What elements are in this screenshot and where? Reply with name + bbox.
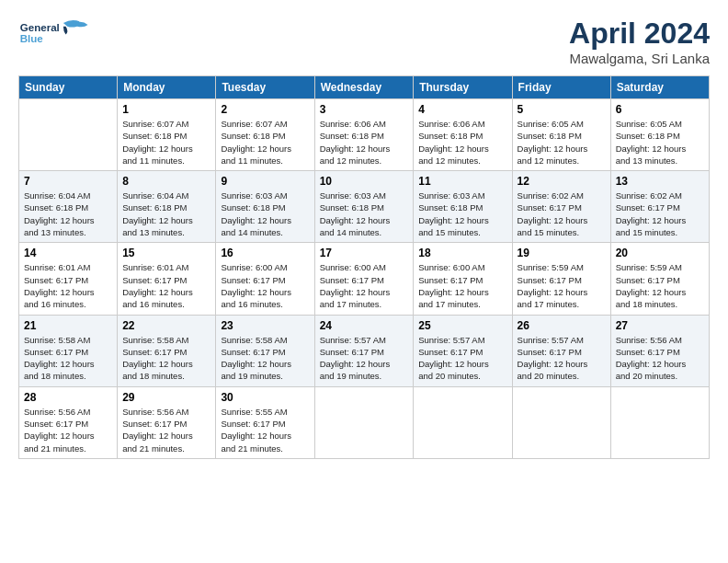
header-thursday: Thursday [414,76,512,99]
day-number: 12 [518,175,606,188]
calendar-cell [314,386,414,458]
calendar-week-row: 28Sunrise: 5:56 AM Sunset: 6:17 PM Dayli… [19,386,710,458]
day-number: 14 [24,247,112,259]
calendar-cell: 28Sunrise: 5:56 AM Sunset: 6:17 PM Dayli… [19,386,118,458]
calendar-cell: 12Sunrise: 6:02 AM Sunset: 6:17 PM Dayli… [512,171,610,243]
day-info: Sunrise: 6:06 AM Sunset: 6:18 PM Dayligh… [320,118,409,167]
calendar-cell: 7Sunrise: 6:04 AM Sunset: 6:18 PM Daylig… [19,171,118,243]
day-number: 2 [221,103,309,116]
logo-image: General Blue [18,17,92,53]
day-info: Sunrise: 6:05 AM Sunset: 6:18 PM Dayligh… [616,118,704,167]
calendar-cell: 19Sunrise: 5:59 AM Sunset: 6:17 PM Dayli… [512,243,610,315]
header-sunday: Sunday [19,76,118,99]
calendar-cell [19,99,118,171]
calendar-cell: 2Sunrise: 6:07 AM Sunset: 6:18 PM Daylig… [216,99,314,171]
day-info: Sunrise: 6:05 AM Sunset: 6:18 PM Dayligh… [518,118,606,167]
calendar-cell [610,386,709,458]
day-number: 6 [616,103,704,116]
calendar-cell [512,386,610,458]
day-info: Sunrise: 6:02 AM Sunset: 6:17 PM Dayligh… [518,190,606,238]
day-number: 17 [320,247,409,259]
calendar-cell: 13Sunrise: 6:02 AM Sunset: 6:17 PM Dayli… [610,171,709,243]
day-number: 24 [320,319,409,332]
day-number: 20 [616,247,704,259]
day-info: Sunrise: 5:56 AM Sunset: 6:17 PM Dayligh… [122,406,210,454]
day-number: 9 [221,175,309,188]
header-tuesday: Tuesday [216,76,314,99]
calendar-week-row: 21Sunrise: 5:58 AM Sunset: 6:17 PM Dayli… [19,315,710,386]
day-info: Sunrise: 5:58 AM Sunset: 6:17 PM Dayligh… [122,334,210,383]
calendar-week-row: 7Sunrise: 6:04 AM Sunset: 6:18 PM Daylig… [19,171,710,243]
day-info: Sunrise: 6:03 AM Sunset: 6:18 PM Dayligh… [221,190,309,238]
calendar-cell: 22Sunrise: 5:58 AM Sunset: 6:17 PM Dayli… [118,315,216,386]
day-info: Sunrise: 6:03 AM Sunset: 6:18 PM Dayligh… [418,190,506,238]
day-info: Sunrise: 5:57 AM Sunset: 6:17 PM Dayligh… [418,334,506,383]
day-info: Sunrise: 5:56 AM Sunset: 6:17 PM Dayligh… [24,406,112,454]
day-info: Sunrise: 5:59 AM Sunset: 6:17 PM Dayligh… [616,261,704,310]
day-info: Sunrise: 6:01 AM Sunset: 6:17 PM Dayligh… [24,261,112,310]
day-info: Sunrise: 5:58 AM Sunset: 6:17 PM Dayligh… [221,334,309,383]
location-subtitle: Mawalgama, Sri Lanka [569,51,710,66]
month-title: April 2024 [569,17,710,51]
day-info: Sunrise: 5:57 AM Sunset: 6:17 PM Dayligh… [518,334,606,383]
day-info: Sunrise: 5:59 AM Sunset: 6:17 PM Dayligh… [518,261,606,310]
calendar-cell: 3Sunrise: 6:06 AM Sunset: 6:18 PM Daylig… [314,99,414,171]
header-friday: Friday [512,76,610,99]
calendar-cell: 14Sunrise: 6:01 AM Sunset: 6:17 PM Dayli… [19,243,118,315]
calendar-cell: 1Sunrise: 6:07 AM Sunset: 6:18 PM Daylig… [118,99,216,171]
logo: General Blue [18,17,92,53]
day-info: Sunrise: 5:55 AM Sunset: 6:17 PM Dayligh… [221,406,309,454]
day-number: 22 [122,319,210,332]
calendar-cell: 25Sunrise: 5:57 AM Sunset: 6:17 PM Dayli… [414,315,512,386]
day-number: 27 [616,319,704,332]
calendar-week-row: 1Sunrise: 6:07 AM Sunset: 6:18 PM Daylig… [19,99,710,171]
day-number: 21 [24,319,112,332]
calendar-cell: 8Sunrise: 6:04 AM Sunset: 6:18 PM Daylig… [118,171,216,243]
day-number: 16 [221,247,309,259]
day-info: Sunrise: 6:04 AM Sunset: 6:18 PM Dayligh… [24,190,112,238]
calendar-cell: 21Sunrise: 5:58 AM Sunset: 6:17 PM Dayli… [19,315,118,386]
header-saturday: Saturday [610,76,709,99]
header-wednesday: Wednesday [314,76,414,99]
calendar-cell: 26Sunrise: 5:57 AM Sunset: 6:17 PM Dayli… [512,315,610,386]
calendar-cell: 4Sunrise: 6:06 AM Sunset: 6:18 PM Daylig… [414,99,512,171]
calendar-cell: 18Sunrise: 6:00 AM Sunset: 6:17 PM Dayli… [414,243,512,315]
calendar-cell: 30Sunrise: 5:55 AM Sunset: 6:17 PM Dayli… [216,386,314,458]
calendar-cell: 15Sunrise: 6:01 AM Sunset: 6:17 PM Dayli… [118,243,216,315]
page: General Blue April 2024 Mawalgama, Sri L… [0,0,728,563]
day-number: 8 [122,175,210,188]
day-info: Sunrise: 6:00 AM Sunset: 6:17 PM Dayligh… [320,261,409,310]
day-info: Sunrise: 6:07 AM Sunset: 6:18 PM Dayligh… [122,118,210,167]
day-number: 23 [221,319,309,332]
day-number: 26 [518,319,606,332]
day-info: Sunrise: 6:06 AM Sunset: 6:18 PM Dayligh… [418,118,506,167]
calendar-cell: 27Sunrise: 5:56 AM Sunset: 6:17 PM Dayli… [610,315,709,386]
day-number: 5 [518,103,606,116]
day-number: 13 [616,175,704,188]
svg-text:Blue: Blue [20,33,44,44]
calendar-week-row: 14Sunrise: 6:01 AM Sunset: 6:17 PM Dayli… [19,243,710,315]
calendar-cell: 20Sunrise: 5:59 AM Sunset: 6:17 PM Dayli… [610,243,709,315]
calendar-cell: 16Sunrise: 6:00 AM Sunset: 6:17 PM Dayli… [216,243,314,315]
day-number: 11 [418,175,506,188]
day-number: 28 [24,391,112,404]
day-info: Sunrise: 5:58 AM Sunset: 6:17 PM Dayligh… [24,334,112,383]
day-info: Sunrise: 6:02 AM Sunset: 6:17 PM Dayligh… [616,190,704,238]
day-info: Sunrise: 5:57 AM Sunset: 6:17 PM Dayligh… [320,334,409,383]
day-number: 4 [418,103,506,116]
calendar-cell: 10Sunrise: 6:03 AM Sunset: 6:18 PM Dayli… [314,171,414,243]
day-number: 18 [418,247,506,259]
calendar-cell [414,386,512,458]
day-number: 7 [24,175,112,188]
day-info: Sunrise: 6:01 AM Sunset: 6:17 PM Dayligh… [122,261,210,310]
day-number: 25 [418,319,506,332]
weekday-header-row: Sunday Monday Tuesday Wednesday Thursday… [19,76,710,99]
calendar-cell: 5Sunrise: 6:05 AM Sunset: 6:18 PM Daylig… [512,99,610,171]
day-info: Sunrise: 6:04 AM Sunset: 6:18 PM Dayligh… [122,190,210,238]
calendar-cell: 24Sunrise: 5:57 AM Sunset: 6:17 PM Dayli… [314,315,414,386]
header: General Blue April 2024 Mawalgama, Sri L… [18,17,710,66]
calendar-cell: 6Sunrise: 6:05 AM Sunset: 6:18 PM Daylig… [610,99,709,171]
title-block: April 2024 Mawalgama, Sri Lanka [569,17,710,66]
calendar-cell: 11Sunrise: 6:03 AM Sunset: 6:18 PM Dayli… [414,171,512,243]
calendar-cell: 17Sunrise: 6:00 AM Sunset: 6:17 PM Dayli… [314,243,414,315]
